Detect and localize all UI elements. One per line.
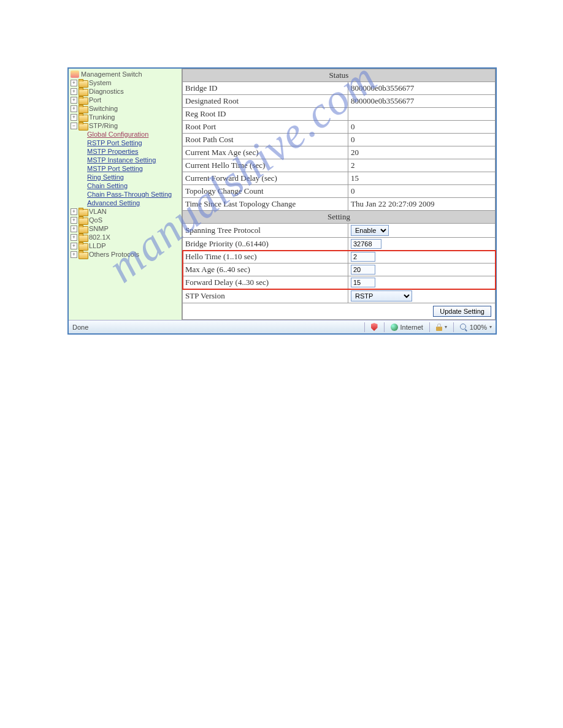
row-hello: Current Hello Time (sec)2 (183, 159, 496, 172)
separator (453, 322, 454, 332)
status-zoom: 100% (470, 324, 487, 331)
tree-item-stpring[interactable]: − STP/Ring (69, 121, 182, 130)
tree-item-snmp[interactable]: + SNMP (69, 224, 182, 233)
content-area: Management Switch + System + Diagnostics… (69, 69, 496, 320)
status-zone: Internet (400, 324, 423, 331)
separator (429, 322, 430, 332)
chevron-down-icon[interactable]: ▾ (489, 324, 492, 330)
subitem-mstp-instance[interactable]: MSTP Instance Setting (69, 156, 182, 164)
row-desig-root: Designated Root800000e0b3556677 (183, 95, 496, 108)
row-fwd-delay-set: Forward Delay (4..30 sec) (183, 276, 496, 289)
chevron-down-icon[interactable]: ▾ (445, 324, 447, 330)
nav-tree: Management Switch + System + Diagnostics… (69, 69, 182, 320)
folder-icon (79, 208, 87, 215)
home-icon (71, 70, 79, 78)
row-max-age: Current Max Age (sec)20 (183, 146, 496, 159)
expand-icon[interactable]: + (71, 105, 77, 112)
tree-item-8021x[interactable]: + 802.1X (69, 233, 182, 241)
expand-icon[interactable]: + (71, 251, 77, 258)
row-stp-protocol: Spanning Tree Protocol Enable (183, 224, 496, 238)
tree-item-switching[interactable]: + Switching (69, 104, 182, 113)
expand-icon[interactable]: + (71, 80, 77, 86)
tree-item-lldp[interactable]: + LLDP (69, 241, 182, 250)
status-table: Status Bridge ID800000e0b3556677 Designa… (182, 69, 496, 320)
tree-item-qos[interactable]: + QoS (69, 216, 182, 224)
tree-item-diagnostics[interactable]: + Diagnostics (69, 87, 182, 96)
app-window: Management Switch + System + Diagnostics… (67, 67, 497, 335)
update-button[interactable]: Update Setting (433, 306, 491, 317)
hello-input[interactable] (351, 252, 375, 262)
row-root-cost: Root Path Cost0 (183, 134, 496, 146)
row-topo-count: Topology Change Count0 (183, 185, 496, 198)
row-stp-version: STP Version RSTP (183, 289, 496, 303)
fwd-input[interactable] (351, 278, 375, 287)
tree-root-label: Management Switch (81, 70, 142, 78)
folder-icon (79, 216, 87, 224)
folder-icon (79, 225, 87, 232)
zoom-icon (460, 324, 467, 331)
subitem-ring[interactable]: Ring Setting (69, 173, 182, 181)
row-hello-time: Hello Time (1..10 sec) (183, 251, 496, 264)
expand-icon[interactable]: + (71, 97, 77, 104)
row-reg-root: Reg Root ID (183, 108, 496, 121)
folder-icon (79, 79, 87, 86)
tree-root[interactable]: Management Switch (69, 70, 182, 78)
version-select[interactable]: RSTP (351, 290, 412, 301)
status-done: Done (72, 324, 88, 331)
folder-icon (79, 96, 87, 104)
folder-icon (79, 233, 87, 241)
subitem-rstp-port[interactable]: RSTP Port Setting (69, 138, 182, 147)
expand-icon[interactable]: + (71, 226, 77, 232)
folder-icon (79, 251, 87, 258)
expand-icon[interactable]: + (71, 114, 77, 121)
subitem-chain[interactable]: Chain Setting (69, 181, 182, 190)
separator (384, 322, 385, 332)
tree-item-system[interactable]: + System (69, 78, 182, 87)
expand-icon[interactable]: + (71, 243, 77, 249)
collapse-icon[interactable]: − (71, 123, 77, 129)
shield-icon (371, 323, 378, 331)
lock-icon (436, 324, 442, 331)
row-bridge-priority: Bridge Priority (0..61440) (183, 238, 496, 251)
expand-icon[interactable]: + (71, 217, 77, 224)
expand-icon[interactable]: + (71, 208, 77, 215)
expand-icon[interactable]: + (71, 234, 77, 241)
subitem-mstp-port[interactable]: MSTP Port Setting (69, 164, 182, 173)
status-header: Status (183, 69, 496, 82)
tree-item-trunking[interactable]: + Trunking (69, 113, 182, 121)
maxage-input[interactable] (351, 265, 375, 275)
subitem-global-config[interactable]: Global Configuration (69, 130, 182, 138)
subitem-mstp-props[interactable]: MSTP Properties (69, 147, 182, 156)
row-topo-time: Time Since Last Topology ChangeThu Jan 2… (183, 198, 496, 211)
folder-icon (79, 242, 87, 249)
separator (364, 322, 365, 332)
stp-select[interactable]: Enable (351, 225, 389, 236)
expand-icon[interactable]: + (71, 88, 77, 95)
highlighted-settings: Hello Time (1..10 sec) Max Age (6..40 se… (183, 251, 496, 289)
tree-item-vlan[interactable]: + VLAN (69, 207, 182, 216)
main-panel: Status Bridge ID800000e0b3556677 Designa… (182, 69, 496, 320)
row-root-port: Root Port0 (183, 121, 496, 134)
row-max-age-set: Max Age (6..40 sec) (183, 264, 496, 276)
tree-item-others[interactable]: + Others Protocols (69, 250, 182, 259)
priority-input[interactable] (351, 239, 381, 249)
folder-icon (79, 122, 87, 129)
row-fwd-delay: Current Forward Delay (sec)15 (183, 172, 496, 185)
status-bar: Done Internet ▾ 100% ▾ (69, 320, 496, 333)
row-update: Update Setting (183, 303, 496, 320)
folder-icon (79, 105, 87, 112)
folder-icon (79, 88, 87, 95)
row-bridge-id: Bridge ID800000e0b3556677 (183, 82, 496, 95)
globe-icon (391, 324, 398, 331)
tree-item-port[interactable]: + Port (69, 96, 182, 104)
setting-header: Setting (183, 211, 496, 224)
subitem-chain-pass[interactable]: Chain Pass-Through Setting (69, 190, 182, 199)
folder-icon (79, 113, 87, 121)
subitem-advanced[interactable]: Advanced Setting (69, 199, 182, 207)
